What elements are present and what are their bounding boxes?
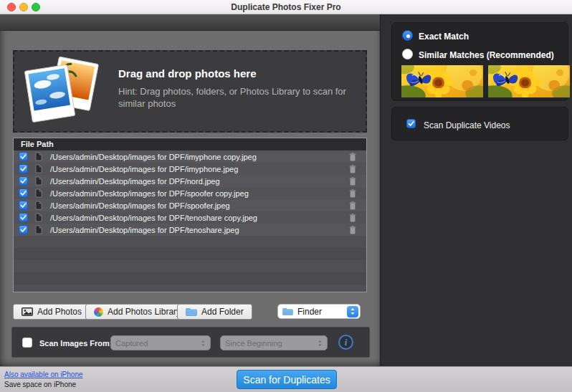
scan-images-from-label: Scan Images From:: [39, 339, 112, 348]
row-checkbox[interactable]: [19, 164, 28, 173]
window-title: Duplicate Photos Fixer Pro: [0, 2, 572, 12]
app-window: Duplicate Photos Fixer Pro Drag and drop…: [0, 0, 572, 392]
row-checkbox[interactable]: [19, 225, 28, 234]
table-row[interactable]: /Users/admin/Desktop/images for DPF/teno…: [14, 211, 366, 224]
sample-photo-right: [488, 65, 570, 97]
video-option-panel: Scan Duplicate Videos: [391, 107, 568, 140]
exact-match-label: Exact Match: [419, 32, 469, 42]
dropzone-hint: Hint: Drag photos, folders, or Photos Li…: [118, 85, 368, 110]
file-path: /Users/admin/Desktop/images for DPF/imyp…: [50, 165, 349, 173]
dropdown-chevrons-icon: [318, 340, 323, 347]
row-checkbox[interactable]: [19, 201, 28, 210]
select-chevrons-icon: [347, 306, 358, 317]
sample-photo-left: [401, 65, 483, 97]
since-beginning-dropdown-value: Since Beginning: [225, 339, 318, 348]
footer-bar: Also available on iPhone Save space on i…: [0, 366, 572, 392]
table-row[interactable]: /Users/admin/Desktop/images for DPF/imyp…: [14, 150, 366, 163]
source-select[interactable]: Finder: [277, 304, 361, 319]
photos-library-icon: [94, 307, 103, 317]
info-icon[interactable]: i: [338, 335, 353, 350]
photos-stack-icon: [23, 56, 103, 129]
row-checkbox[interactable]: [19, 152, 28, 161]
exact-match-radio[interactable]: [402, 30, 413, 41]
trash-icon[interactable]: [349, 214, 356, 222]
scan-images-from-panel: Scan Images From: Captured Since Beginni…: [11, 327, 370, 358]
dropdown-chevrons-icon: [201, 340, 206, 347]
file-path: /Users/admin/Desktop/images for DPF/imyp…: [50, 153, 349, 161]
scan-for-duplicates-button[interactable]: Scan for Duplicates: [237, 370, 337, 389]
file-path: /Users/admin/Desktop/images for DPF/spoo…: [50, 189, 349, 198]
folder-icon: [186, 307, 197, 316]
trash-icon[interactable]: [349, 153, 356, 161]
document-icon: [35, 188, 42, 198]
captured-dropdown-value: Captured: [115, 339, 201, 348]
source-select-value: Finder: [297, 307, 347, 317]
iphone-link[interactable]: Also available on iPhone: [4, 371, 83, 378]
since-beginning-dropdown: Since Beginning: [220, 335, 328, 350]
document-icon: [35, 164, 42, 173]
match-options-panel: Exact Match Similar Matches (Recommended…: [391, 22, 568, 101]
table-row[interactable]: /Users/admin/Desktop/images for DPF/imyp…: [14, 163, 366, 175]
table-row[interactable]: /Users/admin/Desktop/images for DPF/teno…: [14, 224, 366, 236]
trash-icon[interactable]: [349, 177, 356, 186]
scan-duplicate-videos-label: Scan Duplicate Videos: [424, 120, 510, 130]
row-checkbox[interactable]: [19, 188, 28, 198]
document-icon: [35, 176, 42, 186]
file-path-column-header: File Path: [14, 138, 366, 150]
drag-drop-zone[interactable]: Drag and drop photos here Hint: Drag pho…: [13, 50, 367, 133]
file-path-table: File Path /Users/admin/Desktop/images fo…: [13, 138, 367, 292]
trash-icon[interactable]: [349, 201, 356, 210]
row-checkbox[interactable]: [19, 213, 28, 222]
add-folder-button[interactable]: Add Folder: [177, 304, 252, 320]
iphone-subtext: Save space on iPhone: [4, 381, 76, 388]
add-photos-label: Add Photos: [37, 307, 82, 317]
table-empty-rows: [14, 236, 366, 292]
add-photos-library-button[interactable]: Add Photos Library: [85, 304, 189, 320]
table-row[interactable]: /Users/admin/Desktop/images for DPF/spoo…: [14, 199, 366, 211]
dropzone-title: Drag and drop photos here: [118, 67, 257, 80]
document-icon: [35, 225, 42, 234]
toolbar-strip: [0, 14, 380, 31]
scan-images-from-checkbox[interactable]: [22, 338, 32, 348]
document-icon: [35, 152, 42, 161]
file-path: /Users/admin/Desktop/images for DPF/spoo…: [50, 201, 349, 210]
file-path: /Users/admin/Desktop/images for DPF/teno…: [50, 226, 349, 234]
trash-icon[interactable]: [349, 165, 356, 173]
row-checkbox[interactable]: [19, 176, 28, 186]
file-path: /Users/admin/Desktop/images for DPF/nord…: [50, 177, 349, 186]
similar-matches-radio[interactable]: [402, 49, 413, 59]
trash-icon[interactable]: [349, 189, 356, 198]
file-path: /Users/admin/Desktop/images for DPF/teno…: [50, 214, 349, 222]
main-panel: Drag and drop photos here Hint: Drag pho…: [0, 14, 380, 366]
table-row[interactable]: /Users/admin/Desktop/images for DPF/spoo…: [14, 187, 366, 199]
add-photos-button[interactable]: Add Photos: [13, 304, 90, 320]
document-icon: [35, 213, 42, 222]
table-row[interactable]: /Users/admin/Desktop/images for DPF/nord…: [14, 175, 366, 187]
finder-folder-icon: [282, 307, 293, 315]
trash-icon[interactable]: [349, 226, 356, 234]
scan-duplicate-videos-checkbox[interactable]: [406, 119, 416, 128]
photo-icon: [22, 307, 33, 316]
add-photos-library-label: Add Photos Library: [108, 307, 181, 317]
settings-sidebar: Exact Match Similar Matches (Recommended…: [380, 14, 572, 366]
title-bar: Duplicate Photos Fixer Pro: [0, 0, 572, 14]
similar-matches-label: Similar Matches (Recommended): [419, 50, 554, 60]
document-icon: [35, 201, 42, 210]
captured-dropdown: Captured: [110, 335, 211, 350]
add-folder-label: Add Folder: [201, 307, 244, 317]
